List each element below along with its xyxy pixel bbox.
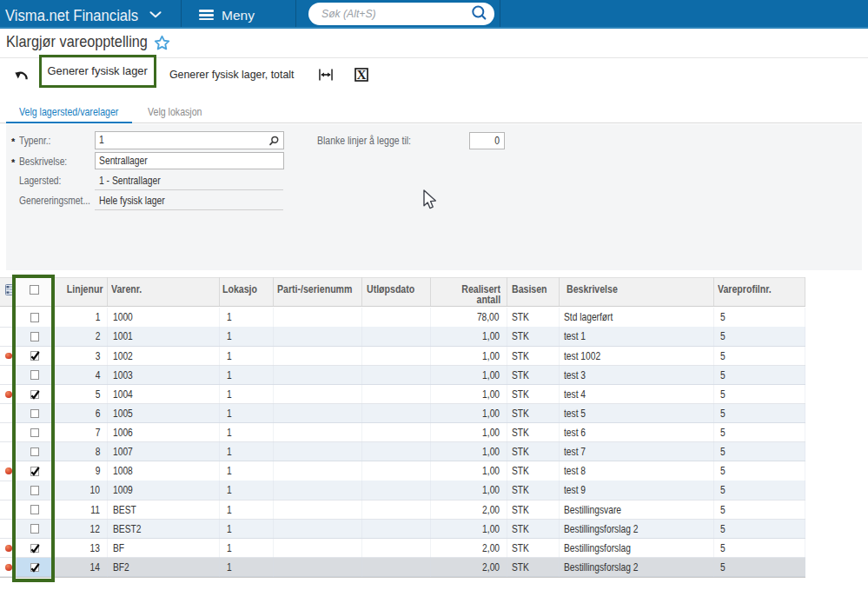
svg-text:X: X [356,68,366,82]
